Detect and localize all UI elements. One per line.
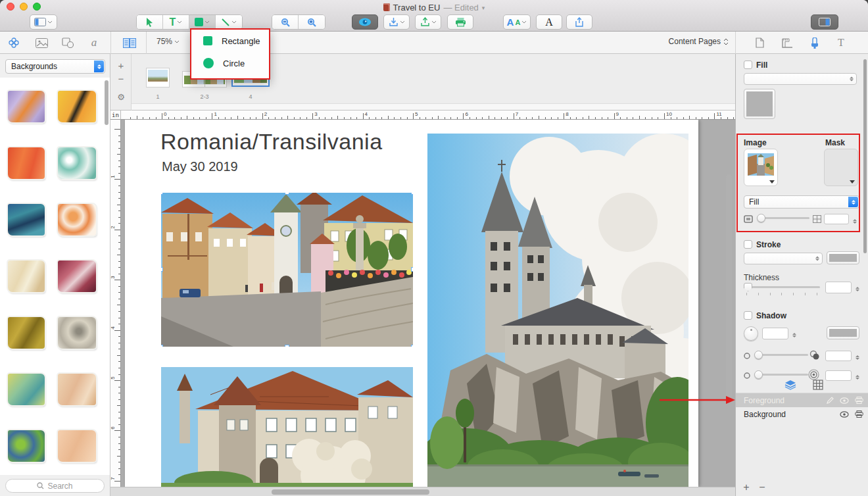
background-thumbnail-orange-white-floral[interactable] (58, 204, 96, 236)
line-tool-button[interactable] (216, 15, 242, 29)
page-number-label[interactable]: 4 (228, 93, 273, 100)
shadow-angle-field[interactable] (762, 328, 788, 339)
field-stepper-icon[interactable] (856, 287, 859, 291)
selection-handle[interactable] (411, 267, 413, 272)
selection-handle[interactable] (161, 267, 163, 272)
background-thumbnail-maroon-swirl[interactable] (58, 260, 96, 292)
export-button[interactable] (415, 14, 441, 30)
background-thumbnail-green-blue-camo[interactable] (8, 430, 45, 462)
zoom-out-button[interactable] (272, 15, 299, 29)
layers-tab[interactable] (783, 379, 798, 391)
background-thumbnail-red-orange-strokes[interactable] (8, 147, 45, 179)
background-thumbnail-yellow-black-streak[interactable] (58, 91, 96, 122)
selection-handle[interactable] (161, 193, 163, 195)
import-button[interactable] (383, 14, 410, 30)
inspector-scrollbar[interactable] (863, 59, 867, 253)
eye-icon[interactable] (840, 411, 849, 418)
text-tool-button[interactable]: T (163, 15, 189, 29)
pages-panel-toggle[interactable] (122, 36, 137, 49)
eye-icon[interactable] (840, 397, 849, 404)
field-stepper-icon[interactable] (792, 333, 796, 337)
photo-church-on-rock[interactable] (427, 134, 688, 487)
canvas-horizontal-scrollbar[interactable] (272, 489, 429, 495)
image-transparency-field[interactable] (824, 214, 849, 224)
image-well-dropdown-icon[interactable] (769, 180, 775, 184)
shadow-color-swatch[interactable] (827, 326, 859, 339)
selection-handle[interactable] (285, 193, 289, 195)
printer-icon[interactable] (855, 397, 863, 404)
collection-select[interactable]: Backgrounds (5, 59, 105, 74)
shadow-checkbox[interactable] (744, 311, 752, 320)
add-page-button[interactable]: + (116, 61, 126, 71)
remove-page-button[interactable]: − (116, 74, 126, 84)
background-thumbnail-cream-leaves[interactable] (8, 260, 45, 292)
pages-view-select[interactable]: Content Pages (669, 37, 729, 46)
fill-checkbox[interactable] (744, 61, 752, 69)
shapes-library-tab[interactable] (60, 36, 75, 49)
images-library-tab[interactable] (34, 36, 49, 49)
menu-item-rectangle[interactable]: Rectangle (191, 30, 269, 52)
thickness-field[interactable] (825, 282, 852, 293)
printer-icon[interactable] (855, 410, 863, 418)
character-button[interactable]: A (536, 14, 562, 30)
background-thumbnail-gray-beige-blotch[interactable] (58, 317, 96, 349)
remove-layer-button[interactable]: − (757, 482, 767, 493)
title-chevron-icon[interactable]: ▾ (482, 5, 485, 11)
image-transparency-slider[interactable] (757, 214, 809, 222)
layer-row-background[interactable]: Background (736, 407, 868, 421)
shadow-angle-dial[interactable] (744, 326, 758, 341)
selection-handle[interactable] (411, 345, 413, 347)
background-thumbnail-green-teal-watercolor[interactable] (8, 374, 45, 405)
page-thumbnail-1[interactable] (146, 68, 170, 87)
shadow-offset-slider[interactable] (754, 351, 808, 359)
inspector-tab-appearance[interactable] (808, 36, 822, 49)
field-stepper-icon[interactable] (856, 355, 859, 360)
select-tool-button[interactable] (137, 15, 163, 29)
pencil-icon[interactable] (827, 397, 834, 404)
page-title-text[interactable]: Romania/Transilvania (160, 129, 383, 155)
page-number-label[interactable]: 2-3 (182, 93, 227, 100)
background-thumbnail-blue-teal-waves[interactable] (8, 204, 45, 236)
photo-street-scene[interactable] (161, 193, 413, 347)
page-settings-gear-button[interactable]: ⚙ (116, 92, 126, 103)
thickness-slider[interactable] (744, 283, 820, 291)
image-fill-mode-select[interactable]: Fill (744, 195, 859, 209)
background-thumbnail-peach-plain[interactable] (58, 430, 96, 462)
fonts-button[interactable]: A A (503, 14, 531, 30)
sidebar-scrollbar[interactable] (105, 80, 108, 125)
background-thumbnail-teal-white-floral[interactable] (58, 147, 96, 179)
stroke-checkbox[interactable] (744, 240, 752, 249)
share-button[interactable] (566, 14, 592, 30)
layer-row-foreground[interactable]: Foreground (736, 393, 868, 407)
search-field[interactable]: Search (5, 479, 105, 493)
fill-color-swatch[interactable] (744, 89, 775, 119)
background-thumbnail-purple-orange-streaks[interactable] (8, 91, 45, 122)
shadow-offset-field[interactable] (825, 351, 852, 361)
image-well[interactable] (744, 149, 778, 186)
text-art-library-tab[interactable]: a (87, 36, 101, 49)
field-stepper-icon[interactable] (853, 219, 857, 224)
mask-well-dropdown-icon[interactable] (850, 180, 855, 184)
inspector-tab-geometry[interactable] (780, 36, 794, 49)
fill-type-select[interactable] (744, 73, 857, 85)
zoom-level-select[interactable]: 75% (157, 37, 180, 46)
page-number-label[interactable]: 1 (135, 93, 180, 100)
page-subtitle-text[interactable]: May 30 2019 (162, 159, 238, 174)
clipart-library-tab[interactable] (7, 36, 21, 49)
stroke-color-swatch[interactable] (827, 251, 859, 264)
inspector-tab-document[interactable] (752, 36, 767, 49)
shadow-blur-slider[interactable] (754, 370, 808, 379)
print-button[interactable] (447, 14, 473, 30)
selection-handle[interactable] (161, 345, 163, 347)
stroke-type-select[interactable] (744, 253, 823, 264)
photo-castle-building[interactable] (161, 367, 413, 487)
mask-well[interactable] (824, 149, 858, 186)
menu-item-circle[interactable]: Circle (191, 52, 269, 74)
zoom-in-button[interactable] (299, 15, 325, 29)
add-layer-button[interactable]: + (741, 482, 752, 493)
shadow-blur-field[interactable] (825, 370, 852, 381)
background-thumbnail-peach-texture[interactable] (58, 374, 96, 405)
preview-mode-button[interactable] (352, 14, 378, 30)
grid-tab[interactable] (811, 379, 825, 391)
selection-handle[interactable] (285, 345, 289, 347)
